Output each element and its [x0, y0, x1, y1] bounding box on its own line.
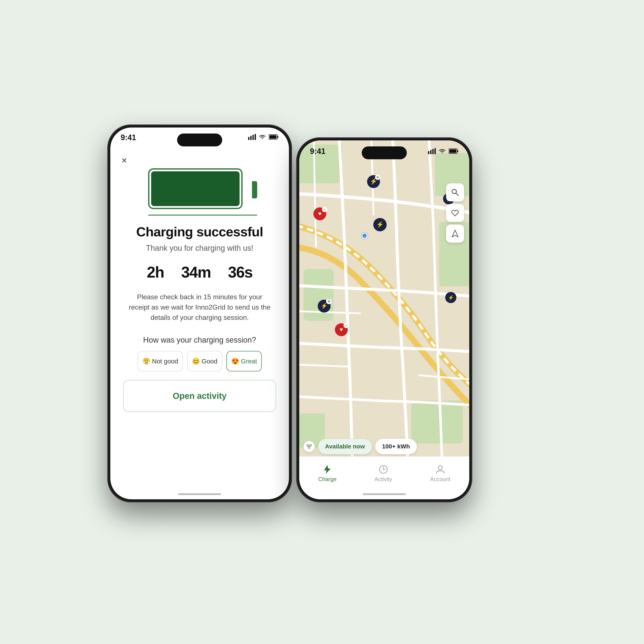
charge-tab-icon — [323, 465, 332, 474]
svg-point-51 — [438, 466, 442, 470]
tab-activity-label: Activity — [374, 476, 392, 483]
good-label: Good — [202, 358, 217, 365]
map-sidebar — [446, 183, 464, 243]
svg-rect-0 — [248, 137, 249, 140]
rating-good[interactable]: 😊 Good — [187, 351, 222, 371]
great-emoji: 😍 — [231, 358, 239, 365]
dynamic-island-right — [362, 146, 407, 159]
map-pin-7[interactable]: ♥ + — [334, 323, 349, 342]
filter-area: Available now 100+ kWh — [304, 439, 417, 454]
location-map-button[interactable] — [446, 225, 464, 243]
svg-rect-7 — [428, 151, 429, 154]
svg-text:⚙: ⚙ — [328, 299, 330, 303]
svg-line-44 — [456, 193, 458, 196]
tab-account-label: Account — [430, 476, 450, 483]
account-tab-icon — [436, 465, 445, 474]
svg-rect-1 — [250, 136, 252, 140]
charging-note: Please check back in 15 minutes for your… — [110, 292, 289, 323]
svg-rect-3 — [255, 134, 256, 140]
close-button[interactable]: × — [122, 155, 127, 166]
rating-buttons: 😤 Not good 😊 Good 😍 Great — [125, 351, 275, 371]
svg-rect-6 — [269, 135, 276, 139]
filter-available-now[interactable]: Available now — [318, 439, 372, 454]
svg-text:⚡: ⚡ — [376, 221, 384, 228]
status-icons-right — [428, 148, 459, 156]
not-good-emoji: 😤 — [142, 358, 150, 365]
charging-stats: 2h 34m 36s — [147, 263, 252, 281]
svg-rect-5 — [277, 136, 278, 138]
activity-tab-icon — [379, 465, 388, 474]
signal-icon-right — [428, 148, 436, 156]
good-emoji: 😊 — [192, 358, 200, 365]
svg-text:♥: ♥ — [318, 210, 321, 217]
battery-illustration — [148, 168, 251, 211]
open-activity-button[interactable]: Open activity — [123, 380, 276, 412]
dynamic-island-left — [177, 134, 222, 146]
filter-icon-button[interactable] — [304, 441, 315, 452]
wifi-icon-right — [438, 148, 446, 156]
not-good-label: Not good — [152, 358, 178, 365]
status-time-left: 9:41 — [121, 133, 136, 142]
search-map-button[interactable] — [446, 183, 464, 201]
left-phone: 9:41 × — [107, 125, 292, 502]
map-screen: 9:41 — [299, 140, 469, 499]
stat-minutes-value: 34m — [181, 264, 211, 281]
tab-charge-label: Charge — [318, 476, 336, 483]
stat-seconds: 36s — [228, 263, 252, 281]
stat-hours-value: 2h — [147, 264, 164, 281]
rating-great[interactable]: 😍 Great — [226, 351, 262, 371]
stat-minutes: 34m — [181, 263, 211, 281]
tab-activity[interactable]: Activity — [374, 465, 392, 483]
svg-text:⚡: ⚡ — [448, 295, 454, 301]
wifi-icon — [258, 134, 266, 141]
map-pin-4[interactable]: ⚡ — [372, 218, 388, 237]
status-time-right: 9:41 — [310, 147, 325, 156]
charging-screen: × Charging successful Thank you for char… — [110, 128, 289, 499]
svg-rect-2 — [252, 135, 254, 140]
user-location-dot — [361, 233, 368, 239]
tab-account[interactable]: Account — [430, 465, 450, 483]
svg-rect-13 — [449, 149, 456, 153]
svg-text:⚡: ⚡ — [321, 302, 328, 309]
map-pin-6[interactable]: ⚡ — [443, 291, 459, 310]
svg-rect-8 — [430, 150, 431, 154]
battery-icon — [269, 134, 279, 141]
stat-hours: 2h — [147, 263, 164, 281]
tab-charge[interactable]: Charge — [318, 465, 336, 483]
svg-rect-9 — [432, 149, 434, 154]
status-icons-left — [248, 134, 279, 141]
svg-text:+: + — [324, 208, 325, 211]
rating-not-good[interactable]: 😤 Not good — [138, 351, 183, 371]
home-indicator-left — [178, 493, 221, 495]
favorites-map-button[interactable] — [446, 204, 464, 222]
map-pin-5[interactable]: ⚡ ⚙ — [316, 299, 332, 318]
svg-text:+: + — [345, 324, 347, 327]
svg-rect-10 — [434, 148, 436, 154]
rating-label: How was your charging session? — [143, 336, 256, 345]
charging-subtitle: Thank you for charging with us! — [146, 244, 253, 253]
right-phone: 9:41 — [296, 137, 472, 502]
svg-text:⚙: ⚙ — [376, 176, 379, 179]
signal-icon — [248, 134, 256, 141]
home-indicator-right — [363, 493, 406, 495]
battery-icon-right — [449, 148, 459, 155]
filter-100kwh[interactable]: 100+ kWh — [375, 439, 417, 454]
map-background: ⚡ ⚙ ⚡ — [299, 140, 469, 456]
svg-text:♥: ♥ — [340, 326, 343, 333]
svg-rect-12 — [457, 150, 458, 152]
tab-bar: Charge Activity Account — [299, 456, 469, 499]
map-pin-3[interactable]: ♥ + — [312, 207, 328, 226]
great-label: Great — [241, 358, 257, 365]
stat-seconds-value: 36s — [228, 264, 252, 281]
map-pin-1[interactable]: ⚡ ⚙ — [366, 175, 381, 194]
charging-title: Charging successful — [136, 224, 263, 239]
